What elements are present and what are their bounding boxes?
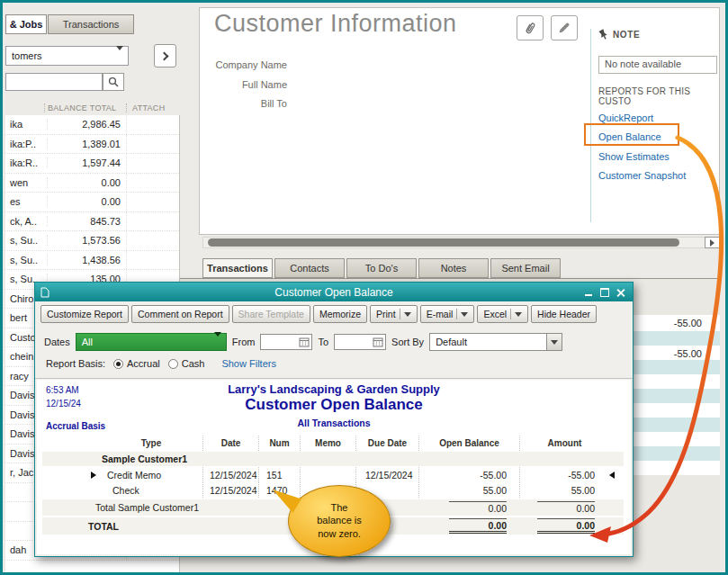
to-date-input[interactable] xyxy=(334,334,386,350)
customer-balance: 2,986.45 xyxy=(47,119,126,130)
chevron-down-icon xyxy=(116,50,123,61)
customer-balance: 1,597.44 xyxy=(47,157,126,168)
divider xyxy=(35,378,633,379)
reports-section-header: REPORTS FOR THIS CUSTO xyxy=(598,86,719,106)
radio-unselected-icon xyxy=(168,359,178,369)
from-date-input[interactable] xyxy=(260,334,312,350)
customer-balance: 1,438.56 xyxy=(47,255,126,265)
customer-name: ck, A.. xyxy=(5,216,47,227)
chevron-down-icon xyxy=(461,312,468,317)
radio-selected-icon xyxy=(113,359,123,369)
tab-transactions-top[interactable]: Transactions xyxy=(48,14,134,34)
tab-todos[interactable]: To Do's xyxy=(346,258,417,278)
email-button[interactable]: E-mail xyxy=(420,305,475,323)
quickreport-link[interactable]: QuickReport xyxy=(598,112,653,123)
group-total-amount: 0.00 xyxy=(537,501,595,514)
customer-row[interactable]: es0.00 xyxy=(5,193,179,212)
scroll-right-icon xyxy=(710,239,715,247)
sort-by-dropdown[interactable]: Default xyxy=(429,333,562,351)
report-title: Customer Open Balance xyxy=(37,396,631,414)
show-estimates-link[interactable]: Show Estimates xyxy=(598,151,670,162)
customize-report-button[interactable]: Customize Report xyxy=(40,305,129,323)
tab-sent-email[interactable]: Sent Email xyxy=(490,258,561,278)
radio-cash[interactable]: Cash xyxy=(168,358,205,369)
horizontal-scrollbar-thumb[interactable] xyxy=(208,238,679,247)
maximize-icon[interactable] xyxy=(600,288,609,297)
window-titlebar[interactable]: Customer Open Balance xyxy=(35,283,633,301)
customer-row[interactable]: ika:P..1,389.01 xyxy=(5,135,179,155)
search-button[interactable] xyxy=(103,73,124,91)
memorize-button[interactable]: Memorize xyxy=(313,305,367,323)
customer-row[interactable]: s, Su..1,438.56 xyxy=(5,251,179,271)
radio-accrual-label: Accrual xyxy=(127,358,160,369)
customer-search-input[interactable] xyxy=(5,73,103,91)
report-filter-row: Dates All From To xyxy=(44,333,562,351)
col-open-balance: Open Balance xyxy=(418,436,519,451)
tab-transactions[interactable]: Transactions xyxy=(202,258,273,278)
table-row[interactable]: Credit Memo 12/15/2024 151 12/15/2024 -5… xyxy=(42,467,624,482)
close-icon[interactable] xyxy=(616,288,625,297)
window-title: Customer Open Balance xyxy=(35,286,633,299)
button-label: Excel xyxy=(483,309,507,319)
note-value[interactable]: No note available xyxy=(598,56,717,74)
chevron-down-icon xyxy=(404,312,411,317)
cell-num: 151 xyxy=(258,467,300,482)
customer-snapshot-link[interactable]: Customer Snapshot xyxy=(598,170,686,181)
comment-on-report-button[interactable]: Comment on Report xyxy=(131,305,229,323)
full-name-label: Full Name xyxy=(200,79,287,90)
button-label: Share Template xyxy=(238,309,304,319)
scroll-right-button[interactable] xyxy=(705,237,720,248)
customer-balance: 0.00 xyxy=(47,177,126,188)
cell-open-balance: -55.00 xyxy=(418,467,519,482)
edit-customer-button[interactable] xyxy=(551,15,578,40)
row-marker-right-icon xyxy=(91,472,96,479)
customer-list-header: BALANCE TOTAL ATTACH xyxy=(5,101,180,114)
company-name-label: Company Name xyxy=(200,59,287,70)
to-label: To xyxy=(318,337,328,347)
expand-list-button[interactable] xyxy=(154,44,176,67)
customer-information-panel: Customer Information Company Name Full N… xyxy=(199,7,720,235)
col-num: Num xyxy=(258,436,300,451)
customer-row[interactable]: wen0.00 xyxy=(5,174,179,193)
customer-row[interactable]: ck, A..845.73 xyxy=(5,212,179,232)
attach-file-button[interactable] xyxy=(517,15,544,40)
hide-header-button[interactable]: Hide Header xyxy=(531,305,597,323)
customer-row[interactable]: s, Su..1,573.56 xyxy=(5,231,179,251)
tab-contacts[interactable]: Contacts xyxy=(274,258,345,278)
button-label: Hide Header xyxy=(537,309,590,319)
note-label: NOTE xyxy=(613,30,640,40)
chevron-down-icon xyxy=(515,312,522,317)
customer-row[interactable]: ika2,986.45 xyxy=(5,115,179,135)
excel-button[interactable]: Excel xyxy=(477,305,528,323)
tab-notes[interactable]: Notes xyxy=(418,258,489,278)
radio-accrual[interactable]: Accrual xyxy=(113,358,160,369)
report-basis-label: Report Basis: xyxy=(46,358,105,369)
dates-dropdown[interactable]: All xyxy=(76,333,227,351)
customer-name: ika xyxy=(5,119,47,130)
calendar-icon xyxy=(299,337,310,347)
callout-text-line2: balance is xyxy=(289,514,390,526)
bill-to-label: Bill To xyxy=(200,98,287,109)
customer-row[interactable]: ika:R..1,597.44 xyxy=(5,154,179,174)
minimize-icon[interactable] xyxy=(584,288,593,297)
callout-text-line3: now zero. xyxy=(289,527,390,540)
cell-amount: -55.00 xyxy=(519,467,609,482)
radio-cash-label: Cash xyxy=(182,358,205,369)
customer-view-dropdown[interactable]: tomers xyxy=(5,46,129,66)
tab-customers-jobs[interactable]: & Jobs xyxy=(5,14,47,34)
button-label: E-mail xyxy=(427,309,454,319)
row-marker-left-icon xyxy=(609,472,615,479)
customer-balance: 0.00 xyxy=(47,196,126,207)
button-label: Print xyxy=(376,309,396,319)
customer-balance: 1,389.01 xyxy=(47,139,126,149)
cell-date: 12/15/2024 xyxy=(202,482,258,498)
company-name: Larry's Landscaping & Garden Supply xyxy=(37,382,631,396)
customer-name: ika:R.. xyxy=(5,157,47,168)
col-due-date: Due Date xyxy=(355,436,418,451)
grand-total-amount: 0.00 xyxy=(537,518,595,534)
dates-dropdown-value: All xyxy=(82,337,93,347)
search-icon xyxy=(108,76,119,87)
show-filters-link[interactable]: Show Filters xyxy=(221,358,276,369)
print-button[interactable]: Print xyxy=(370,305,418,323)
cell-date: 12/15/2024 xyxy=(202,467,258,482)
